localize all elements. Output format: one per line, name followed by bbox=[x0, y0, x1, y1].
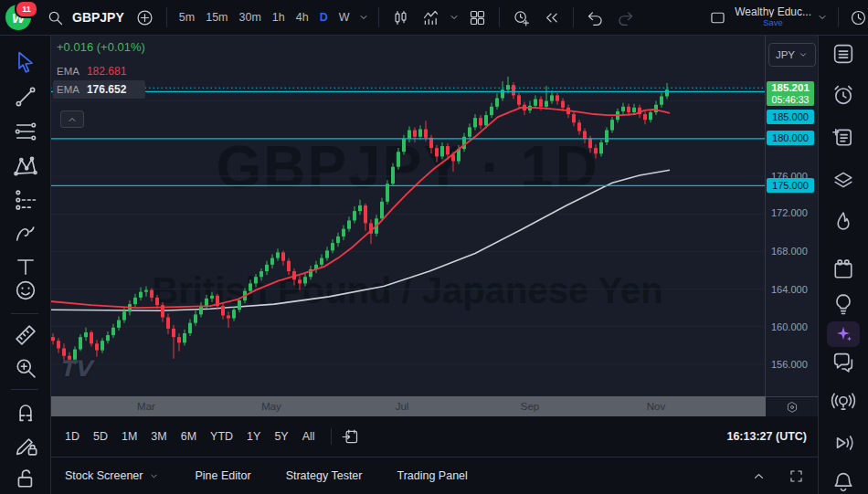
interval-1h[interactable]: 1h bbox=[267, 11, 291, 24]
idea-bulb-icon[interactable] bbox=[831, 291, 856, 317]
bottom-panel: Stock Screener Pine Editor Strategy Test… bbox=[50, 457, 818, 494]
hotlist-flame-icon[interactable] bbox=[831, 209, 856, 235]
emoji-icon[interactable] bbox=[13, 278, 38, 303]
undo-icon[interactable] bbox=[580, 0, 610, 35]
range-All[interactable]: All bbox=[302, 430, 315, 443]
interval-5m[interactable]: 5m bbox=[174, 11, 200, 24]
range-5Y[interactable]: 5Y bbox=[274, 430, 288, 443]
layout-grid-icon[interactable] bbox=[462, 0, 492, 35]
goto-date-icon[interactable] bbox=[341, 427, 360, 447]
ema-slow-value: 176.652 bbox=[87, 83, 126, 96]
toolbar-divider bbox=[166, 7, 167, 27]
magnet-icon[interactable] bbox=[13, 399, 38, 425]
range-6M[interactable]: 6M bbox=[181, 430, 196, 443]
clock-timezone-button[interactable]: 16:13:27 (UTC) bbox=[726, 416, 807, 457]
tab-strategy-tester[interactable]: Strategy Tester bbox=[286, 469, 363, 482]
fib-retracement-icon[interactable] bbox=[13, 119, 38, 144]
journal-plus-icon[interactable] bbox=[831, 124, 856, 150]
notification-bell-icon[interactable] bbox=[831, 469, 856, 494]
range-5D[interactable]: 5D bbox=[93, 430, 108, 443]
indicators-icon[interactable] bbox=[416, 0, 446, 35]
right-sidebar bbox=[818, 35, 868, 494]
alert-level-label[interactable]: 180.000 bbox=[767, 131, 814, 145]
ema-label: EMA bbox=[57, 66, 79, 77]
trend-line-icon[interactable] bbox=[13, 84, 38, 110]
zoom-in-icon[interactable] bbox=[13, 355, 38, 381]
lock-all-icon[interactable] bbox=[13, 466, 38, 491]
compare-add-icon[interactable] bbox=[130, 0, 160, 35]
text-icon[interactable] bbox=[13, 254, 38, 279]
range-YTD[interactable]: YTD bbox=[210, 430, 233, 443]
chart-plot[interactable]: GBPJPY · 1D British Pound / Japanese Yen… bbox=[50, 35, 765, 396]
range-divider bbox=[331, 428, 332, 445]
time-tick-Nov: Nov bbox=[647, 396, 665, 416]
layout-chevron-down-icon[interactable] bbox=[813, 0, 831, 35]
interval-buttons: 5m15m30m1h4hDW bbox=[174, 11, 355, 24]
search-icon[interactable] bbox=[40, 0, 70, 35]
interval-chevron-down-icon[interactable] bbox=[355, 0, 372, 35]
ruler-icon[interactable] bbox=[13, 322, 38, 348]
account-logo[interactable]: W 11 bbox=[5, 4, 33, 31]
symbol-search-button[interactable]: GBPJPY bbox=[72, 10, 124, 25]
axis-settings-gear-icon[interactable] bbox=[765, 396, 819, 417]
live-bulb-icon[interactable] bbox=[831, 389, 856, 415]
interval-W[interactable]: W bbox=[333, 11, 355, 24]
cursor-icon[interactable] bbox=[13, 49, 38, 75]
current-price: 185.201 bbox=[767, 82, 814, 94]
layers-icon[interactable] bbox=[831, 167, 856, 193]
chart-style-candles-icon[interactable] bbox=[386, 0, 416, 35]
tab-pine-editor[interactable]: Pine Editor bbox=[195, 469, 250, 482]
alert-level-label[interactable]: 175.000 bbox=[767, 178, 814, 193]
interval-15m[interactable]: 15m bbox=[200, 11, 233, 24]
legend-collapse-button[interactable] bbox=[60, 110, 84, 128]
watchlist-icon[interactable] bbox=[831, 41, 856, 67]
brush-icon[interactable] bbox=[13, 221, 38, 247]
price-axis[interactable]: JPY 185.201 05:46:33 176.000172.000168.0… bbox=[765, 35, 819, 396]
range-1D[interactable]: 1D bbox=[65, 430, 79, 443]
alarm-icon[interactable] bbox=[831, 82, 856, 108]
ema-label: EMA bbox=[57, 84, 79, 95]
panel-fullscreen-icon[interactable] bbox=[788, 468, 805, 485]
candlestick-chart[interactable] bbox=[50, 35, 765, 396]
ai-sparkle-icon[interactable] bbox=[827, 321, 860, 347]
currency-toggle-button[interactable]: JPY bbox=[768, 43, 816, 67]
ema-fast-row[interactable]: EMA 182.681 bbox=[53, 62, 145, 80]
drawing-lock-icon[interactable] bbox=[13, 433, 38, 458]
toolbar-divider bbox=[499, 7, 500, 27]
xabcd-pattern-icon[interactable] bbox=[13, 153, 38, 179]
tradingview-logo[interactable]: TV bbox=[59, 356, 91, 382]
trading-app-window: W 11 GBPJPY 5m15m30m1h4hDW Wealthy Educ.… bbox=[0, 0, 868, 494]
save-label[interactable]: Save bbox=[763, 17, 783, 28]
bar-replay-icon[interactable] bbox=[536, 0, 566, 35]
toolbar-divider bbox=[838, 7, 839, 27]
tab-trading-panel[interactable]: Trading Panel bbox=[397, 469, 467, 482]
layout-select-icon[interactable] bbox=[703, 0, 733, 35]
range-1Y[interactable]: 1Y bbox=[247, 430, 260, 443]
drawing-toolbar bbox=[0, 35, 51, 494]
interval-4h[interactable]: 4h bbox=[291, 11, 314, 24]
interval-D[interactable]: D bbox=[314, 11, 333, 24]
range-1M[interactable]: 1M bbox=[122, 430, 137, 443]
range-3M[interactable]: 3M bbox=[151, 430, 166, 443]
interval-30m[interactable]: 30m bbox=[234, 11, 267, 24]
publish-clock-icon[interactable] bbox=[845, 0, 868, 35]
chat-icon[interactable] bbox=[831, 350, 856, 375]
indicators-chevron-down-icon[interactable] bbox=[446, 0, 462, 35]
redo-icon[interactable] bbox=[610, 0, 640, 35]
alert-level-label[interactable]: 185.000 bbox=[767, 110, 814, 124]
stream-play-icon[interactable] bbox=[831, 430, 856, 456]
layout-name-button[interactable]: Wealthy Educ... Save bbox=[735, 6, 811, 28]
ema-slow-row[interactable]: EMA 176.652 bbox=[53, 80, 145, 99]
time-axis[interactable]: MarMayJulSepNov bbox=[50, 396, 765, 416]
toolbar-divider bbox=[378, 7, 379, 27]
toolbar-divider bbox=[11, 389, 38, 390]
calendar-icon[interactable] bbox=[831, 257, 856, 282]
top-toolbar: W 11 GBPJPY 5m15m30m1h4hDW Wealthy Educ.… bbox=[0, 0, 868, 36]
tab-stock-screener[interactable]: Stock Screener bbox=[65, 469, 160, 482]
price-change: +0.016 (+0.01%) bbox=[57, 40, 145, 54]
price-tick: 160.000 bbox=[771, 321, 808, 333]
price-tick: 164.000 bbox=[771, 283, 808, 296]
forecast-icon[interactable] bbox=[13, 187, 38, 213]
panel-collapse-chevron-up-icon[interactable] bbox=[750, 468, 767, 485]
create-alert-icon[interactable] bbox=[506, 0, 536, 35]
